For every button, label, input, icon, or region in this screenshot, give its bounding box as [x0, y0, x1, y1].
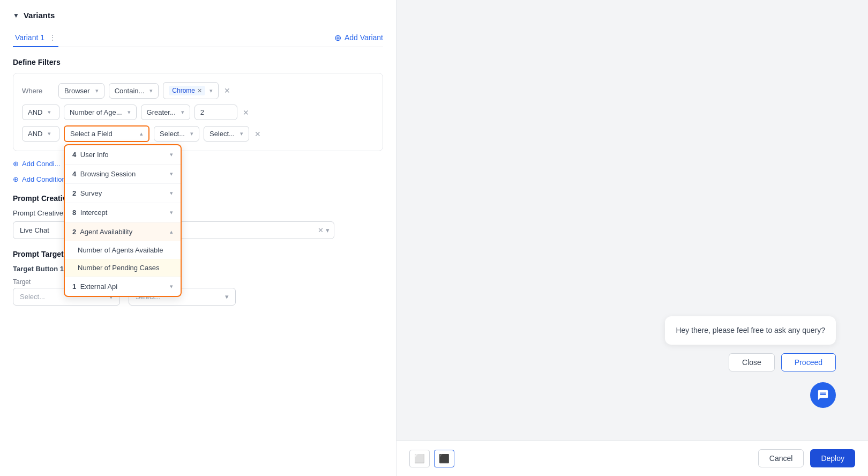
field-select-number-age[interactable]: Number of Age... ▾	[64, 105, 137, 120]
mobile-icon[interactable]: ⬜	[409, 450, 430, 467]
chevron-up-icon: ▴	[140, 130, 143, 137]
dropdown-group-intercept: 8 Intercept ▾	[65, 203, 181, 222]
dropdown-group-browsing-header[interactable]: 4 Browsing Session ▾	[65, 165, 181, 183]
dropdown-group-survey: 2 Survey ▾	[65, 184, 181, 203]
dropdown-group-survey-header[interactable]: 2 Survey ▾	[65, 184, 181, 203]
badge-survey: 2	[72, 189, 76, 197]
dropdown-group-agent: 2 Agent Availability ▴ Number of Agents …	[65, 222, 181, 277]
dropdown-group-browsing: 4 Browsing Session ▾	[65, 165, 181, 183]
chevron-down-icon: ▾	[240, 130, 243, 137]
tab-variant-1[interactable]: Variant 1 ⋮	[13, 29, 58, 47]
clear-icon[interactable]: ✕	[318, 226, 324, 234]
dropdown-group-user-info: 4 User Info ▾	[65, 145, 181, 164]
tag-chevron-icon: ▾	[209, 87, 213, 94]
chevron-down-icon: ▾	[149, 87, 153, 94]
operator-select-greater[interactable]: Greater... ▾	[141, 105, 190, 120]
bottom-bar: ⬜ ⬛ Cancel Deploy	[396, 440, 868, 476]
badge-agent: 2	[72, 228, 76, 236]
plus-circle-icon: ⊕	[13, 160, 19, 168]
chevron-down-icon: ▾	[181, 109, 184, 116]
filter-box: Where Browser ▾ Contain... ▾ Chrome ✕ ▾ …	[13, 73, 383, 151]
chevron-down-icon: ▾	[170, 283, 173, 290]
chevron-down-icon: ▾	[95, 87, 99, 94]
left-panel: ▼ Variants Variant 1 ⋮ ⊕ Add Variant Def…	[0, 0, 396, 476]
chat-buttons: Close Proceed	[729, 353, 836, 371]
chat-area: Hey there, please feel free to ask any q…	[396, 0, 868, 440]
value-tag-chrome[interactable]: Chrome ✕ ▾	[163, 82, 219, 99]
dropdown-item-pending-cases[interactable]: Number of Pending Cases	[65, 259, 181, 277]
right-panel: Hey there, please feel free to ask any q…	[396, 0, 868, 476]
badge-browsing: 4	[72, 170, 76, 178]
field-dropdown-menu: 4 User Info ▾ 4 Browsing Session ▾	[64, 144, 182, 297]
chevron-down-icon: ▾	[170, 151, 173, 158]
chevron-down-icon: ▾	[170, 190, 173, 197]
badge-external-api: 1	[72, 282, 76, 291]
select-field-button[interactable]: Select a Field ▴	[64, 125, 149, 142]
desktop-icon[interactable]: ⬛	[434, 450, 454, 467]
select-field-dropdown: Select a Field ▴ 4 User Info ▾	[64, 125, 149, 142]
cancel-button[interactable]: Cancel	[758, 449, 804, 467]
deploy-button[interactable]: Deploy	[810, 449, 855, 467]
chevron-down-icon: ▾	[170, 170, 173, 177]
chevron-up-icon: ▴	[170, 228, 173, 235]
filter-row-2-close[interactable]: ✕	[242, 107, 250, 118]
tabs-row: Variant 1 ⋮ ⊕ Add Variant	[13, 28, 383, 47]
chat-bubble: Hey there, please feel free to ask any q…	[665, 316, 836, 345]
close-chat-button[interactable]: Close	[729, 353, 775, 371]
chevron-down-icon[interactable]: ▾	[326, 226, 330, 234]
prompt-actions: ✕ ▾	[318, 226, 334, 234]
connector-and-1[interactable]: AND ▾	[22, 105, 59, 120]
variants-title: Variants	[24, 11, 55, 20]
operator-select-empty[interactable]: Select... ▾	[154, 126, 199, 142]
plus-circle-icon: ⊕	[13, 175, 19, 183]
chevron-down-icon: ▾	[48, 109, 51, 116]
define-filters-title: Define Filters	[13, 58, 383, 66]
chevron-down-icon: ▾	[170, 209, 173, 216]
filter-row-3: AND ▾ Select a Field ▴ 4 User Info ▾	[22, 125, 374, 142]
filter-row-1-close[interactable]: ✕	[223, 85, 231, 96]
add-variant-button[interactable]: ⊕ Add Variant	[334, 33, 383, 43]
tab-menu-icon[interactable]: ⋮	[49, 33, 56, 42]
operator-select-contains[interactable]: Contain... ▾	[109, 83, 159, 99]
tag-close-icon[interactable]: ✕	[197, 87, 202, 94]
filter-row-2: AND ▾ Number of Age... ▾ Greater... ▾ ✕	[22, 105, 374, 120]
bottom-actions: Cancel Deploy	[758, 449, 855, 467]
filter-connector-where: Where	[22, 87, 54, 95]
plus-circle-icon: ⊕	[334, 33, 341, 43]
chevron-down-icon: ▾	[225, 293, 229, 301]
connector-and-2[interactable]: AND ▾	[22, 126, 59, 142]
dropdown-item-agents-available[interactable]: Number of Agents Available	[65, 241, 181, 259]
dropdown-group-external-api-header[interactable]: 1 External Api ▾	[65, 277, 181, 296]
dropdown-group-intercept-header[interactable]: 8 Intercept ▾	[65, 203, 181, 222]
filter-row-3-close[interactable]: ✕	[253, 129, 262, 139]
dropdown-group-agent-header[interactable]: 2 Agent Availability ▴	[65, 222, 181, 241]
field-select-browser[interactable]: Browser ▾	[58, 83, 104, 99]
variants-header[interactable]: ▼ Variants	[13, 11, 383, 20]
device-icons: ⬜ ⬛	[409, 450, 454, 467]
chevron-down-icon: ▾	[128, 109, 131, 116]
value-input-2[interactable]	[194, 105, 237, 120]
value-select-empty[interactable]: Select... ▾	[204, 126, 249, 142]
filter-row-1: Where Browser ▾ Contain... ▾ Chrome ✕ ▾ …	[22, 82, 374, 99]
chevron-down-icon: ▼	[13, 12, 19, 19]
chevron-down-icon: ▾	[190, 130, 193, 137]
proceed-chat-button[interactable]: Proceed	[781, 353, 836, 371]
dropdown-group-external-api: 1 External Api ▾	[65, 277, 181, 296]
tag-chrome: Chrome ✕	[169, 86, 205, 95]
chevron-down-icon: ▾	[48, 130, 51, 137]
badge-user-info: 4	[72, 151, 76, 159]
chat-icon-button[interactable]	[810, 382, 836, 408]
dropdown-group-user-info-header[interactable]: 4 User Info ▾	[65, 145, 181, 164]
badge-intercept: 8	[72, 209, 76, 217]
